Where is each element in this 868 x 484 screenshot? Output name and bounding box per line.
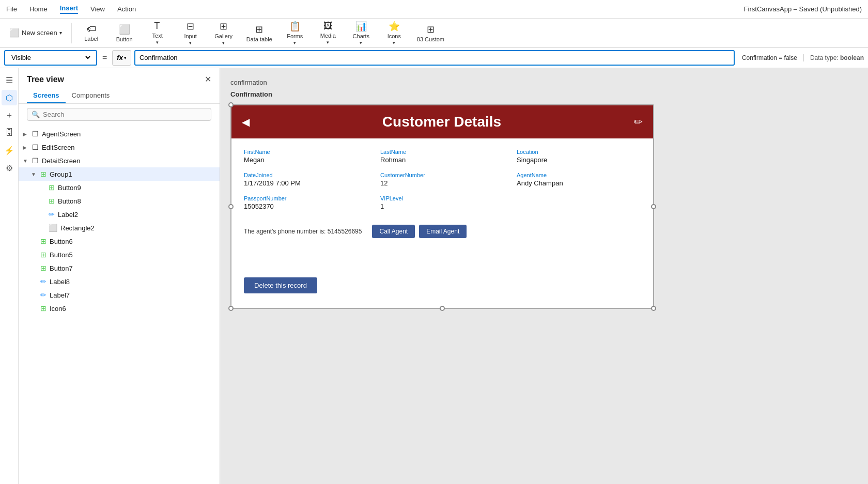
settings-icon[interactable]: ⚙ bbox=[2, 160, 17, 176]
formula-hint: Confirmation = false Data type: boolean bbox=[742, 54, 864, 61]
handle-bl[interactable] bbox=[228, 306, 234, 311]
media-button[interactable]: 🖼 Media ▾ bbox=[313, 19, 344, 47]
tree-label-icon6: Icon6 bbox=[50, 305, 202, 313]
tree-item-group1[interactable]: ▼ ⊞ Group1 ••• bbox=[19, 167, 220, 181]
tree-view-title: Tree view bbox=[27, 75, 64, 84]
edit-button[interactable]: ✏ bbox=[634, 116, 643, 128]
icons-chevron-icon: ▾ bbox=[393, 40, 395, 45]
tree-view-icon[interactable]: ⬡ bbox=[2, 90, 17, 105]
email-agent-button[interactable]: Email Agent bbox=[419, 225, 467, 238]
handle-tl[interactable] bbox=[228, 102, 234, 107]
ribbon: ⬜ New screen ▾ 🏷 Label ⬜ Button Ꭲ Text ▾… bbox=[0, 19, 868, 48]
call-agent-button[interactable]: Call Agent bbox=[372, 225, 415, 238]
main-layout: ☰ ⬡ ＋ 🗄 ⚡ ⚙ Tree view ✕ Screens Componen… bbox=[0, 68, 868, 484]
input-icon: ⊟ bbox=[187, 21, 194, 32]
field-value-viplevel: 1 bbox=[380, 202, 504, 210]
text-button[interactable]: Ꭲ Text ▾ bbox=[142, 19, 173, 47]
menu-action[interactable]: Action bbox=[117, 5, 136, 13]
icons-button[interactable]: ⭐ Icons ▾ bbox=[379, 19, 410, 48]
forms-button[interactable]: 📋 Forms ▾ bbox=[280, 19, 311, 48]
add-icon[interactable]: ＋ bbox=[2, 107, 17, 123]
agent-buttons: Call Agent Email Agent bbox=[372, 225, 467, 238]
property-selector[interactable]: Visible bbox=[4, 50, 97, 66]
tree-item-icon6[interactable]: ⊞ Icon6 ••• bbox=[19, 302, 220, 315]
tree-header: Tree view ✕ bbox=[19, 68, 220, 88]
card-body: FirstName Megan LastName Rohman Location… bbox=[231, 138, 653, 308]
hamburger-icon[interactable]: ☰ bbox=[2, 72, 17, 88]
label7-icon: ✏ bbox=[40, 291, 47, 299]
field-customernumber: CustomerNumber 12 bbox=[380, 172, 504, 187]
menu-view[interactable]: View bbox=[90, 5, 105, 13]
tree-item-button9[interactable]: ⊞ Button9 ••• bbox=[19, 181, 220, 194]
tree-item-rectangle2[interactable]: ⬜ Rectangle2 ••• bbox=[19, 221, 220, 235]
menu-bar: File Home Insert View Action FirstCanvas… bbox=[0, 0, 868, 19]
tree-item-label7[interactable]: ✏ Label7 ••• bbox=[19, 288, 220, 302]
field-value-datejoined: 1/17/2019 7:00 PM bbox=[244, 179, 368, 187]
gallery-icon: ⊞ bbox=[220, 21, 227, 32]
new-screen-button[interactable]: ⬜ New screen ▾ bbox=[4, 26, 67, 40]
tree-tabs: Screens Components bbox=[19, 88, 220, 104]
label-button[interactable]: 🏷 Label bbox=[76, 22, 107, 44]
menu-insert[interactable]: Insert bbox=[60, 4, 78, 14]
tree-item-detailscreen[interactable]: ▼ ☐ DetailScreen ••• bbox=[19, 154, 220, 167]
equals-sign: = bbox=[100, 53, 109, 63]
delete-row: Delete this record bbox=[244, 273, 641, 298]
formula-bar: Visible = fx ▾ Confirmation = false Data… bbox=[0, 48, 868, 68]
new-screen-icon: ⬜ bbox=[9, 28, 20, 38]
search-input[interactable] bbox=[43, 111, 207, 118]
forms-chevron-icon: ▾ bbox=[293, 40, 296, 45]
tree-item-label2[interactable]: ✏ Label2 ••• bbox=[19, 208, 220, 221]
button-button[interactable]: ⬜ Button bbox=[109, 22, 140, 44]
field-datejoined: DateJoined 1/17/2019 7:00 PM bbox=[244, 172, 368, 187]
custom-button[interactable]: ⊞ 83 Custom bbox=[412, 22, 450, 44]
tree-item-button6[interactable]: ⊞ Button6 ••• bbox=[19, 235, 220, 248]
menu-home[interactable]: Home bbox=[29, 5, 48, 13]
data-icon[interactable]: 🗄 bbox=[2, 125, 17, 140]
tab-components[interactable]: Components bbox=[66, 88, 116, 103]
handle-ml[interactable] bbox=[228, 204, 234, 209]
field-location: Location Singapore bbox=[517, 149, 641, 164]
tab-screens[interactable]: Screens bbox=[27, 88, 66, 103]
button6-icon: ⊞ bbox=[40, 237, 47, 245]
field-value-location: Singapore bbox=[517, 156, 641, 164]
new-screen-chevron-icon: ▾ bbox=[59, 30, 62, 36]
back-button[interactable]: ◀ bbox=[242, 116, 250, 128]
handle-br[interactable] bbox=[651, 306, 656, 311]
chevron-right-icon2: ▶ bbox=[23, 145, 31, 150]
charts-chevron-icon: ▾ bbox=[360, 40, 362, 45]
canvas-area: confirmation Confirmation ◀ Customer Det… bbox=[220, 68, 868, 484]
tree-label-button7: Button7 bbox=[50, 264, 202, 272]
tree-search: 🔍 bbox=[19, 104, 220, 125]
handle-bm[interactable] bbox=[440, 306, 445, 311]
card-header: ◀ Customer Details ✏ bbox=[231, 105, 653, 138]
tree-item-button5[interactable]: ⊞ Button5 ••• bbox=[19, 248, 220, 261]
button-icon: ⬜ bbox=[119, 24, 130, 35]
tree-item-label8[interactable]: ✏ Label8 ••• bbox=[19, 275, 220, 288]
tree-item-button8[interactable]: ⊞ Button8 ••• bbox=[19, 194, 220, 208]
delete-record-button[interactable]: Delete this record bbox=[244, 277, 317, 293]
formula-input[interactable] bbox=[134, 50, 735, 66]
tree-close-button[interactable]: ✕ bbox=[205, 74, 211, 84]
input-button[interactable]: ⊟ Input ▾ bbox=[175, 19, 206, 48]
handle-mr[interactable] bbox=[651, 204, 656, 209]
property-select[interactable]: Visible bbox=[9, 53, 92, 62]
tree-item-button7[interactable]: ⊞ Button7 ••• bbox=[19, 261, 220, 275]
tree-item-agentscreen[interactable]: ▶ ☐ AgentScreen ••• bbox=[19, 127, 220, 140]
field-passportnumber: PassportNumber 15052370 bbox=[244, 195, 368, 210]
field-value-passportnumber: 15052370 bbox=[244, 202, 368, 210]
field-value-customernumber: 12 bbox=[380, 179, 504, 187]
search-icon: 🔍 bbox=[32, 111, 40, 118]
gallery-button[interactable]: ⊞ Gallery ▾ bbox=[208, 19, 239, 48]
custom-icon: ⊞ bbox=[427, 24, 435, 35]
fx-button[interactable]: fx ▾ bbox=[112, 50, 131, 66]
data-table-button[interactable]: ⊞ Data table bbox=[241, 22, 277, 44]
canvas-frame: ◀ Customer Details ✏ FirstName Megan Las… bbox=[230, 104, 654, 309]
charts-icon: 📊 bbox=[355, 21, 367, 32]
group-chevron-down-icon: ▼ bbox=[31, 171, 39, 177]
variable-icon[interactable]: ⚡ bbox=[2, 143, 17, 158]
charts-button[interactable]: 📊 Charts ▾ bbox=[346, 19, 377, 48]
hint-expression: Confirmation = false bbox=[742, 54, 797, 61]
menu-file[interactable]: File bbox=[6, 5, 17, 13]
tree-item-editscreen[interactable]: ▶ ☐ EditScreen ••• bbox=[19, 140, 220, 154]
gallery-chevron-icon: ▾ bbox=[222, 40, 225, 45]
